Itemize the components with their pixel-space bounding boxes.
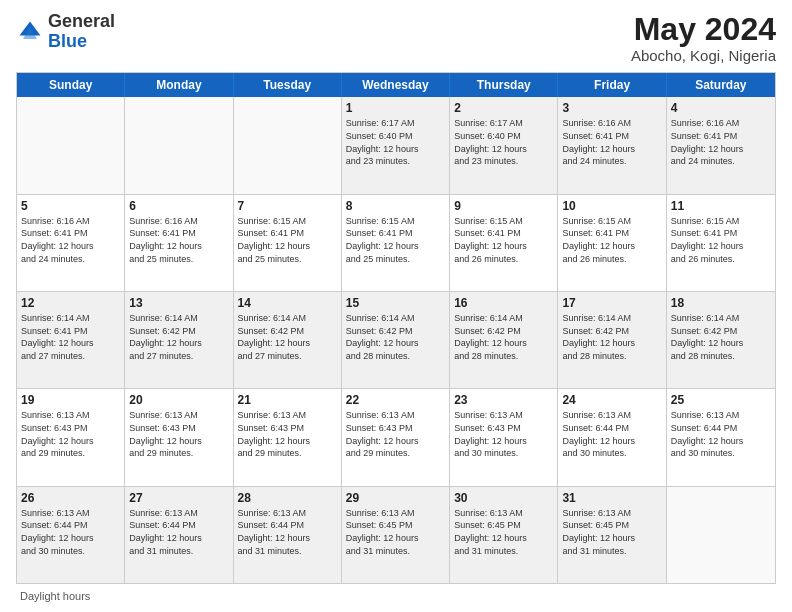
day-number: 10 — [562, 198, 661, 214]
cell-info: Sunrise: 6:16 AM Sunset: 6:41 PM Dayligh… — [562, 117, 661, 167]
cell-info: Sunrise: 6:13 AM Sunset: 6:44 PM Dayligh… — [238, 507, 337, 557]
calendar-cell: 5Sunrise: 6:16 AM Sunset: 6:41 PM Daylig… — [17, 195, 125, 291]
calendar-cell: 1Sunrise: 6:17 AM Sunset: 6:40 PM Daylig… — [342, 97, 450, 193]
calendar-cell: 3Sunrise: 6:16 AM Sunset: 6:41 PM Daylig… — [558, 97, 666, 193]
day-number: 20 — [129, 392, 228, 408]
day-number: 12 — [21, 295, 120, 311]
logo-general-text: General — [48, 11, 115, 31]
calendar-cell: 14Sunrise: 6:14 AM Sunset: 6:42 PM Dayli… — [234, 292, 342, 388]
cell-info: Sunrise: 6:15 AM Sunset: 6:41 PM Dayligh… — [562, 215, 661, 265]
calendar-row: 26Sunrise: 6:13 AM Sunset: 6:44 PM Dayli… — [17, 486, 775, 583]
logo: General Blue — [16, 12, 115, 52]
calendar-row: 19Sunrise: 6:13 AM Sunset: 6:43 PM Dayli… — [17, 388, 775, 485]
calendar-row: 12Sunrise: 6:14 AM Sunset: 6:41 PM Dayli… — [17, 291, 775, 388]
day-number: 21 — [238, 392, 337, 408]
footer: Daylight hours — [16, 590, 776, 602]
calendar-cell: 27Sunrise: 6:13 AM Sunset: 6:44 PM Dayli… — [125, 487, 233, 583]
calendar-cell: 26Sunrise: 6:13 AM Sunset: 6:44 PM Dayli… — [17, 487, 125, 583]
weekday-tuesday: Tuesday — [234, 73, 342, 97]
weekday-friday: Friday — [558, 73, 666, 97]
day-number: 23 — [454, 392, 553, 408]
calendar-cell: 6Sunrise: 6:16 AM Sunset: 6:41 PM Daylig… — [125, 195, 233, 291]
cell-info: Sunrise: 6:13 AM Sunset: 6:43 PM Dayligh… — [454, 409, 553, 459]
day-number: 2 — [454, 100, 553, 116]
cell-info: Sunrise: 6:17 AM Sunset: 6:40 PM Dayligh… — [346, 117, 445, 167]
calendar-cell — [667, 487, 775, 583]
cell-info: Sunrise: 6:13 AM Sunset: 6:44 PM Dayligh… — [562, 409, 661, 459]
day-number: 15 — [346, 295, 445, 311]
cell-info: Sunrise: 6:13 AM Sunset: 6:43 PM Dayligh… — [21, 409, 120, 459]
calendar-row: 1Sunrise: 6:17 AM Sunset: 6:40 PM Daylig… — [17, 97, 775, 193]
month-year: May 2024 — [631, 12, 776, 47]
day-number: 5 — [21, 198, 120, 214]
weekday-sunday: Sunday — [17, 73, 125, 97]
calendar: Sunday Monday Tuesday Wednesday Thursday… — [16, 72, 776, 584]
calendar-cell — [17, 97, 125, 193]
calendar-cell: 28Sunrise: 6:13 AM Sunset: 6:44 PM Dayli… — [234, 487, 342, 583]
day-number: 17 — [562, 295, 661, 311]
calendar-cell: 20Sunrise: 6:13 AM Sunset: 6:43 PM Dayli… — [125, 389, 233, 485]
calendar-cell: 23Sunrise: 6:13 AM Sunset: 6:43 PM Dayli… — [450, 389, 558, 485]
calendar-row: 5Sunrise: 6:16 AM Sunset: 6:41 PM Daylig… — [17, 194, 775, 291]
day-number: 7 — [238, 198, 337, 214]
calendar-cell: 17Sunrise: 6:14 AM Sunset: 6:42 PM Dayli… — [558, 292, 666, 388]
calendar-cell: 19Sunrise: 6:13 AM Sunset: 6:43 PM Dayli… — [17, 389, 125, 485]
calendar-cell: 9Sunrise: 6:15 AM Sunset: 6:41 PM Daylig… — [450, 195, 558, 291]
calendar-cell: 29Sunrise: 6:13 AM Sunset: 6:45 PM Dayli… — [342, 487, 450, 583]
day-number: 22 — [346, 392, 445, 408]
day-number: 13 — [129, 295, 228, 311]
calendar-cell: 13Sunrise: 6:14 AM Sunset: 6:42 PM Dayli… — [125, 292, 233, 388]
logo-text: General Blue — [48, 12, 115, 52]
cell-info: Sunrise: 6:17 AM Sunset: 6:40 PM Dayligh… — [454, 117, 553, 167]
calendar-cell: 15Sunrise: 6:14 AM Sunset: 6:42 PM Dayli… — [342, 292, 450, 388]
calendar-cell: 12Sunrise: 6:14 AM Sunset: 6:41 PM Dayli… — [17, 292, 125, 388]
weekday-saturday: Saturday — [667, 73, 775, 97]
logo-blue-text: Blue — [48, 31, 87, 51]
day-number: 11 — [671, 198, 771, 214]
cell-info: Sunrise: 6:14 AM Sunset: 6:42 PM Dayligh… — [671, 312, 771, 362]
calendar-cell: 8Sunrise: 6:15 AM Sunset: 6:41 PM Daylig… — [342, 195, 450, 291]
day-number: 25 — [671, 392, 771, 408]
cell-info: Sunrise: 6:16 AM Sunset: 6:41 PM Dayligh… — [671, 117, 771, 167]
calendar-cell: 21Sunrise: 6:13 AM Sunset: 6:43 PM Dayli… — [234, 389, 342, 485]
cell-info: Sunrise: 6:16 AM Sunset: 6:41 PM Dayligh… — [21, 215, 120, 265]
cell-info: Sunrise: 6:13 AM Sunset: 6:44 PM Dayligh… — [21, 507, 120, 557]
day-number: 19 — [21, 392, 120, 408]
cell-info: Sunrise: 6:15 AM Sunset: 6:41 PM Dayligh… — [346, 215, 445, 265]
weekday-monday: Monday — [125, 73, 233, 97]
cell-info: Sunrise: 6:13 AM Sunset: 6:44 PM Dayligh… — [129, 507, 228, 557]
day-number: 28 — [238, 490, 337, 506]
cell-info: Sunrise: 6:13 AM Sunset: 6:43 PM Dayligh… — [238, 409, 337, 459]
cell-info: Sunrise: 6:15 AM Sunset: 6:41 PM Dayligh… — [238, 215, 337, 265]
day-number: 8 — [346, 198, 445, 214]
calendar-cell: 16Sunrise: 6:14 AM Sunset: 6:42 PM Dayli… — [450, 292, 558, 388]
calendar-cell: 18Sunrise: 6:14 AM Sunset: 6:42 PM Dayli… — [667, 292, 775, 388]
calendar-cell: 24Sunrise: 6:13 AM Sunset: 6:44 PM Dayli… — [558, 389, 666, 485]
calendar-cell: 7Sunrise: 6:15 AM Sunset: 6:41 PM Daylig… — [234, 195, 342, 291]
calendar-cell: 22Sunrise: 6:13 AM Sunset: 6:43 PM Dayli… — [342, 389, 450, 485]
calendar-cell: 2Sunrise: 6:17 AM Sunset: 6:40 PM Daylig… — [450, 97, 558, 193]
day-number: 29 — [346, 490, 445, 506]
cell-info: Sunrise: 6:13 AM Sunset: 6:43 PM Dayligh… — [129, 409, 228, 459]
day-number: 16 — [454, 295, 553, 311]
location: Abocho, Kogi, Nigeria — [631, 47, 776, 64]
day-number: 27 — [129, 490, 228, 506]
header: General Blue May 2024 Abocho, Kogi, Nige… — [16, 12, 776, 64]
logo-icon — [16, 18, 44, 46]
day-number: 1 — [346, 100, 445, 116]
cell-info: Sunrise: 6:15 AM Sunset: 6:41 PM Dayligh… — [671, 215, 771, 265]
daylight-label: Daylight hours — [20, 590, 90, 602]
title-block: May 2024 Abocho, Kogi, Nigeria — [631, 12, 776, 64]
calendar-cell: 25Sunrise: 6:13 AM Sunset: 6:44 PM Dayli… — [667, 389, 775, 485]
day-number: 18 — [671, 295, 771, 311]
weekday-thursday: Thursday — [450, 73, 558, 97]
cell-info: Sunrise: 6:14 AM Sunset: 6:42 PM Dayligh… — [238, 312, 337, 362]
calendar-cell: 10Sunrise: 6:15 AM Sunset: 6:41 PM Dayli… — [558, 195, 666, 291]
cell-info: Sunrise: 6:14 AM Sunset: 6:42 PM Dayligh… — [454, 312, 553, 362]
calendar-header: Sunday Monday Tuesday Wednesday Thursday… — [17, 73, 775, 97]
day-number: 26 — [21, 490, 120, 506]
calendar-body: 1Sunrise: 6:17 AM Sunset: 6:40 PM Daylig… — [17, 97, 775, 583]
cell-info: Sunrise: 6:14 AM Sunset: 6:41 PM Dayligh… — [21, 312, 120, 362]
day-number: 4 — [671, 100, 771, 116]
cell-info: Sunrise: 6:13 AM Sunset: 6:45 PM Dayligh… — [562, 507, 661, 557]
